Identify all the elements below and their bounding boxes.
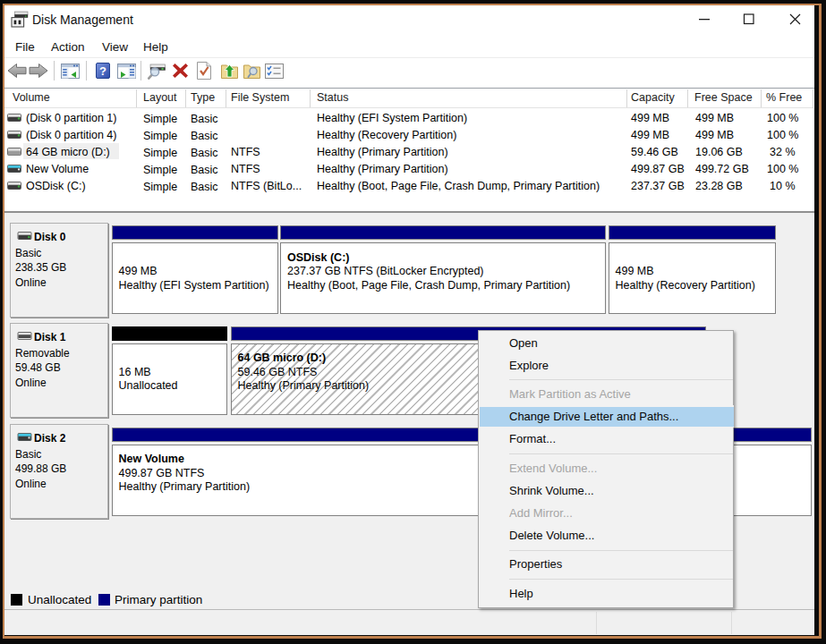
svg-text:?: ? xyxy=(99,64,106,78)
